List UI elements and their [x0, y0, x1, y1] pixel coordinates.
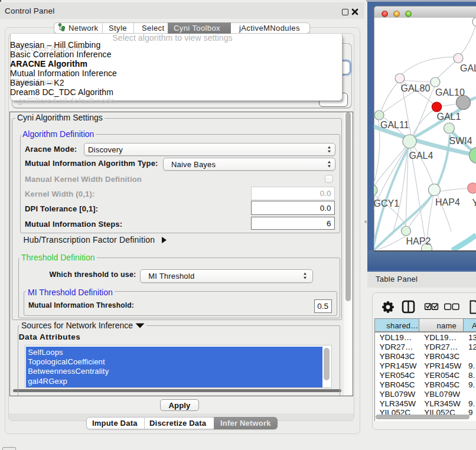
- svg-text:GAL11: GAL11: [380, 120, 409, 130]
- svg-text:HAP4: HAP4: [435, 197, 460, 207]
- svg-text:Y: Y: [472, 198, 476, 208]
- svg-text:GAL10: GAL10: [435, 87, 465, 97]
- svg-text:SWI4: SWI4: [449, 136, 472, 146]
- svg-text:HAP2: HAP2: [406, 236, 431, 246]
- svg-text:GCY1: GCY1: [374, 198, 399, 208]
- svg-text:GAL2: GAL2: [460, 63, 476, 73]
- svg-text:GAL80: GAL80: [401, 83, 431, 93]
- svg-text:GAL4: GAL4: [409, 151, 433, 161]
- svg-text:GAL1: GAL1: [437, 112, 461, 122]
